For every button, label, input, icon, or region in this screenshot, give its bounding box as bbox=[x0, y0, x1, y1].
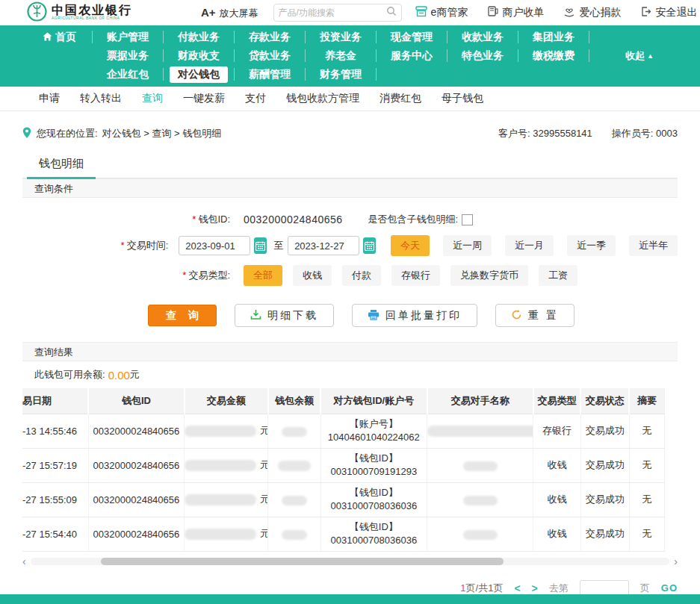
main-nav: 首页 账户管理 付款业务 存款业务 投资业务 现金管理 收款业务 集团业务 票据… bbox=[0, 25, 700, 87]
quick-range-quarter[interactable]: 近一季 bbox=[567, 235, 616, 256]
table-row[interactable]: -13 14:55:46 0032000024840656 元 【账户号】104… bbox=[22, 414, 665, 448]
go-button[interactable]: GO bbox=[661, 582, 678, 594]
type-salary[interactable]: 工资 bbox=[539, 265, 577, 286]
scroll-left-arrow[interactable]: ‹ bbox=[22, 558, 26, 565]
transactions-table: 易日期 钱包ID 交易金额 钱包余额 对方钱包ID/账户号 交易对手名称 交易类… bbox=[22, 388, 665, 552]
date-from-input[interactable] bbox=[179, 236, 250, 255]
printer-icon bbox=[368, 309, 380, 323]
receipt-batch-print-button[interactable]: 回单批量打印 bbox=[352, 304, 477, 327]
query-button[interactable]: 查 询 bbox=[148, 305, 217, 326]
tab-bar: 钱包明细 bbox=[22, 150, 678, 178]
scrollbar-thumb[interactable] bbox=[101, 558, 504, 565]
quick-range-half-year[interactable]: 近半年 bbox=[629, 235, 678, 256]
breadcrumb-prefix: 您现在的位置: bbox=[37, 127, 98, 140]
subnav-transfer[interactable]: 转入转出 bbox=[75, 92, 126, 105]
type-pay[interactable]: 付款 bbox=[342, 265, 381, 286]
nav-item-investment-biz[interactable]: 投资业务 bbox=[306, 31, 377, 43]
nav-collapse-button[interactable]: 收起▲ bbox=[625, 49, 654, 63]
merchant-acquiring-link[interactable]: 商户收单 bbox=[487, 6, 544, 19]
nav-item-special-biz[interactable]: 特色业务 bbox=[447, 49, 518, 62]
e-merchant-link[interactable]: e商管家 bbox=[415, 6, 468, 19]
wallet-id-row: *钱包ID: 0032000024840656 是否包含子钱包明细: bbox=[22, 213, 678, 226]
download-icon bbox=[250, 309, 261, 323]
reset-button[interactable]: 重 置 bbox=[495, 304, 574, 327]
redacted-value bbox=[185, 426, 256, 437]
date-from-calendar-button[interactable] bbox=[254, 237, 267, 254]
safe-logout-link[interactable]: 安全退出 bbox=[640, 6, 697, 19]
redacted-value bbox=[427, 426, 533, 437]
transaction-time-label: 交易时间: bbox=[127, 240, 169, 251]
redacted-value bbox=[282, 530, 307, 540]
quick-range-group: 今天 近一周 近一月 近一季 近半年 bbox=[391, 235, 678, 256]
nav-item-payment-biz[interactable]: 付款业务 bbox=[164, 31, 235, 43]
include-sub-wallet-checkbox[interactable] bbox=[462, 214, 473, 225]
scroll-right-arrow[interactable]: › bbox=[674, 558, 678, 565]
next-page-button[interactable]: > bbox=[532, 582, 538, 594]
quick-range-week[interactable]: 近一周 bbox=[443, 235, 492, 256]
nav-item-corp-wallet[interactable]: 对公钱包 bbox=[164, 68, 235, 81]
quick-range-today[interactable]: 今天 bbox=[391, 235, 430, 256]
transaction-type-row: *交易类型: 全部 收钱 付款 存银行 兑换数字货币 工资 bbox=[22, 265, 678, 286]
table-row[interactable]: -27 15:57:19 0032000024840656 元 【钱包ID】00… bbox=[22, 448, 665, 482]
date-to-calendar-button[interactable] bbox=[363, 237, 376, 254]
nav-item-account-mgmt[interactable]: 账户管理 bbox=[93, 31, 164, 43]
col-counterparty-name: 交易对手名称 bbox=[427, 388, 533, 414]
nav-item-bill-biz[interactable]: 票据业务 bbox=[93, 49, 164, 62]
nav-item-salary-mgmt[interactable]: 薪酬管理 bbox=[235, 68, 306, 81]
nav-item-fiscal[interactable]: 财政收支 bbox=[164, 49, 235, 62]
header-quick-links: e商管家 商户收单 爱心捐款 安全退出 bbox=[415, 6, 698, 19]
bank-name: 中国农业银行 bbox=[52, 5, 132, 16]
zoom-label[interactable]: 放大屏幕 bbox=[220, 7, 258, 20]
subnav-query[interactable]: 查询 bbox=[137, 92, 167, 105]
type-all[interactable]: 全部 bbox=[244, 265, 282, 286]
pos-terminal-icon bbox=[487, 6, 498, 19]
goto-page-label: 去第 bbox=[549, 582, 569, 595]
nav-item-pension[interactable]: 养老金 bbox=[306, 49, 377, 62]
nav-item-tax-payment[interactable]: 缴税缴费 bbox=[518, 49, 589, 62]
subnav-consume-redpacket[interactable]: 消费红包 bbox=[375, 92, 426, 105]
zoom-a-plus[interactable]: A+ bbox=[201, 6, 216, 19]
subnav-apply[interactable]: 申请 bbox=[34, 92, 64, 105]
footer-bar bbox=[0, 594, 700, 604]
required-mark: * bbox=[192, 214, 196, 225]
product-search-box[interactable] bbox=[273, 4, 402, 22]
heart-hands-icon bbox=[563, 7, 575, 19]
subnav-payee-mgmt[interactable]: 钱包收款方管理 bbox=[282, 92, 364, 105]
date-to-input[interactable] bbox=[288, 236, 359, 255]
redacted-value bbox=[282, 427, 307, 437]
charity-donation-link[interactable]: 爱心捐款 bbox=[563, 6, 621, 19]
page-unit-label: 页 bbox=[640, 582, 650, 595]
table-row[interactable]: -27 15:55:09 0032000024840656 元 【钱包ID】00… bbox=[22, 482, 665, 517]
screen-zoom-control[interactable]: A+ 放大屏幕 bbox=[201, 6, 258, 20]
prev-page-button[interactable]: < bbox=[514, 582, 520, 594]
search-icon[interactable] bbox=[386, 6, 397, 19]
table-header-row: 易日期 钱包ID 交易金额 钱包余额 对方钱包ID/账户号 交易对手名称 交易类… bbox=[22, 388, 665, 414]
table-row[interactable]: -27 15:54:40 0032000024840656 元 【钱包ID】00… bbox=[22, 517, 665, 551]
subnav-parent-child-wallet[interactable]: 母子钱包 bbox=[437, 92, 488, 105]
type-deposit-bank[interactable]: 存银行 bbox=[391, 265, 440, 286]
col-trade-date: 易日期 bbox=[22, 388, 88, 414]
nav-row-2: 票据业务 财政收支 贷款业务 养老金 服务中心 特色业务 缴税缴费 bbox=[27, 46, 700, 65]
type-exchange-digital[interactable]: 兑换数字货币 bbox=[450, 265, 528, 286]
customer-no: 客户号: 32995558141 bbox=[498, 127, 592, 140]
nav-item-service-center[interactable]: 服务中心 bbox=[377, 49, 447, 62]
redacted-value bbox=[463, 496, 498, 505]
scrollbar-track[interactable] bbox=[31, 558, 670, 565]
nav-item-finance-mgmt[interactable]: 财务管理 bbox=[306, 68, 377, 81]
quick-range-month[interactable]: 近一月 bbox=[505, 235, 554, 256]
tab-wallet-detail[interactable]: 钱包明细 bbox=[27, 150, 96, 179]
subnav-pay[interactable]: 支付 bbox=[241, 92, 270, 105]
type-receive[interactable]: 收钱 bbox=[293, 265, 332, 286]
nav-item-deposit-biz[interactable]: 存款业务 bbox=[235, 31, 306, 43]
detail-download-button[interactable]: 明细下载 bbox=[235, 304, 334, 327]
subnav-one-click-payroll[interactable]: 一键发薪 bbox=[179, 92, 229, 105]
nav-item-group-biz[interactable]: 集团业务 bbox=[518, 31, 589, 43]
abc-logo-icon bbox=[27, 1, 47, 25]
nav-item-cash-mgmt[interactable]: 现金管理 bbox=[377, 31, 447, 43]
nav-item-collection-biz[interactable]: 收款业务 bbox=[447, 31, 518, 43]
nav-item-loan-biz[interactable]: 贷款业务 bbox=[235, 49, 306, 62]
nav-item-corp-redpacket[interactable]: 企业红包 bbox=[93, 68, 164, 81]
col-summary: 摘要 bbox=[629, 388, 664, 414]
nav-item-home[interactable]: 首页 bbox=[27, 31, 93, 43]
search-input[interactable] bbox=[279, 7, 386, 18]
